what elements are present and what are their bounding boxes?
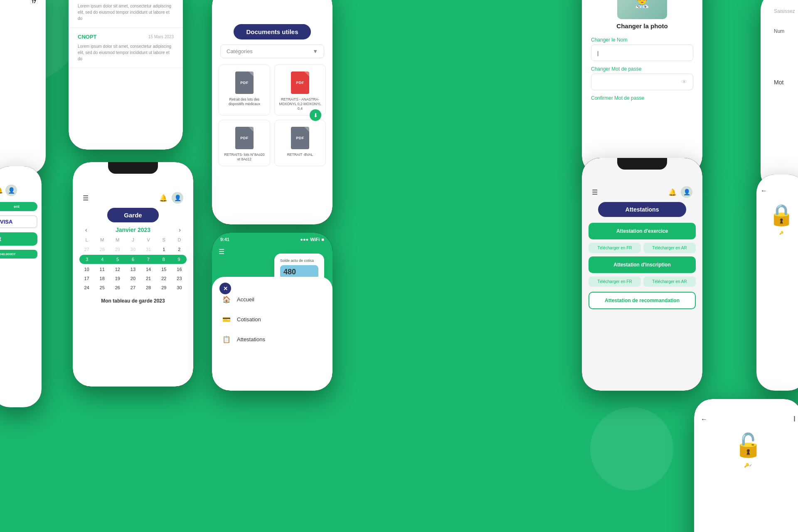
cal-day-31prev[interactable]: 31: [141, 245, 156, 254]
nav-label-accueil: Accueil: [237, 296, 254, 303]
cal-day-1[interactable]: 1: [157, 245, 171, 254]
cal-day-17[interactable]: 17: [79, 274, 94, 283]
attest-avatar[interactable]: 👤: [681, 186, 692, 198]
calendar-icon[interactable]: 📅: [29, 0, 38, 5]
cal-day-6[interactable]: 6: [126, 255, 141, 264]
back-arrow-icon[interactable]: ←: [701, 416, 707, 423]
nav-status-icons: ●●● WiFi ■: [300, 237, 324, 242]
cal-day-29prev[interactable]: 29: [110, 245, 125, 254]
cal-day-22[interactable]: 22: [157, 274, 171, 283]
garde-button[interactable]: Garde: [107, 208, 158, 222]
documents-title-button[interactable]: Documents utiles: [234, 24, 310, 39]
hamburger-icon[interactable]: ☰: [219, 248, 224, 255]
cal-day-30prev[interactable]: 30: [126, 245, 140, 254]
inscription-sub-row: Télécharger en FR Télécharger en AR: [589, 276, 696, 287]
amount-display: t: [0, 232, 37, 246]
top-icons: 🔔 👤: [159, 192, 183, 204]
calendar-days-week5: 24 25 26 27 28 29 30: [79, 283, 187, 292]
nav-item-accueil[interactable]: 🏠 Accueil: [212, 289, 332, 309]
lock-icon: 🔒: [761, 203, 798, 227]
cal-day-15[interactable]: 15: [157, 265, 171, 274]
document-card-3[interactable]: PDF RETRAITS- lots N°8Ao20 et 8Ao12: [219, 120, 270, 166]
cal-day-21[interactable]: 21: [141, 274, 156, 283]
cal-day-28[interactable]: 28: [141, 283, 156, 292]
cal-day-27prev[interactable]: 27: [79, 245, 94, 254]
cal-day-28prev[interactable]: 28: [95, 245, 109, 254]
cal-day-24[interactable]: 24: [79, 283, 94, 292]
attestation-exercice-button[interactable]: Attestation d'exercice: [589, 223, 696, 239]
cal-day-10[interactable]: 10: [79, 265, 94, 274]
mot-text: Mot: [766, 77, 798, 87]
nav-label-cotisation: Cotisation: [237, 316, 261, 323]
cal-day-9[interactable]: 9: [171, 255, 187, 264]
cal-day-16[interactable]: 16: [172, 265, 187, 274]
calendar-days-week4: 17 18 19 20 21 22 23: [79, 274, 187, 283]
day-header-m1: M: [95, 237, 109, 242]
nav-item-attestations[interactable]: 📋 Attestations: [212, 329, 332, 349]
nav-item-cotisation[interactable]: 💳 Cotisation: [212, 309, 332, 329]
news-text-1: Lorem ipsum dolor sit amet, consectetur …: [78, 3, 174, 22]
exercice-dl-ar[interactable]: Télécharger en AR: [643, 243, 696, 253]
news-item-2: CNOPT 15 Mars 2023 Lorem ipsum dolor sit…: [69, 28, 183, 68]
cal-day-12[interactable]: 12: [110, 265, 125, 274]
battery-icon: ■: [321, 237, 324, 242]
cal-day-11[interactable]: 11: [95, 265, 109, 274]
menu-icon[interactable]: ☰: [83, 194, 89, 202]
home-icon: 🏠: [222, 295, 231, 304]
cal-day-26[interactable]: 26: [110, 283, 125, 292]
cal-day-20[interactable]: 20: [126, 274, 140, 283]
document-card-2[interactable]: PDF RETRAITS - ANASTRA-MOXONYL 0,2-MOXON…: [274, 64, 326, 116]
attest-menu-icon[interactable]: ☰: [592, 188, 598, 196]
cal-day-27[interactable]: 27: [126, 283, 140, 292]
br-title: I: [793, 415, 796, 424]
notification-bell[interactable]: 🔔: [159, 194, 167, 202]
download-button[interactable]: ⬇: [310, 109, 321, 121]
inscription-dl-fr[interactable]: Télécharger en FR: [589, 276, 641, 287]
exercice-sub-row: Télécharger en FR Télécharger en AR: [589, 243, 696, 253]
attestation-inscription-button[interactable]: Attestation d'inscription: [589, 256, 696, 273]
confirm-password-label: Confirmer Mot de passe: [591, 95, 693, 101]
phone-small-right: ← 🔒 🔑: [756, 175, 798, 391]
cal-day-25[interactable]: 25: [95, 283, 109, 292]
cal-day-14[interactable]: 14: [141, 265, 156, 274]
nav-items-list: 🏠 Accueil 💳 Cotisation 📋 Attestations: [212, 285, 332, 349]
prev-month-button[interactable]: ‹: [85, 227, 87, 233]
avatar-small-left: 👤: [5, 185, 17, 196]
cal-day-5[interactable]: 5: [110, 255, 126, 264]
attestations-title-button[interactable]: Attestations: [598, 202, 687, 217]
cal-day-2[interactable]: 2: [172, 245, 187, 254]
calendar-days: 27 28 29 30 31 1 2: [79, 245, 187, 254]
cal-day-13[interactable]: 13: [126, 265, 140, 274]
cal-day-18[interactable]: 18: [95, 274, 109, 283]
pill-button-left[interactable]: ent: [0, 202, 37, 211]
next-month-button[interactable]: ›: [179, 227, 181, 233]
nom-input[interactable]: |: [591, 44, 693, 61]
back-button-right[interactable]: ←: [761, 187, 798, 195]
attest-bell-icon[interactable]: 🔔: [668, 188, 677, 196]
category-select[interactable]: Catégories ▼: [220, 44, 324, 58]
user-avatar[interactable]: 👤: [172, 192, 183, 204]
nom-label: Changer le Nom: [591, 37, 693, 43]
cal-day-3[interactable]: 3: [79, 255, 95, 264]
cal-day-8[interactable]: 8: [156, 255, 171, 264]
inscription-dl-ar[interactable]: Télécharger en AR: [643, 276, 696, 287]
amount-value: t: [0, 236, 34, 242]
profile-photo[interactable]: 👨‍⚕️: [617, 0, 667, 19]
cal-day-4[interactable]: 4: [95, 255, 110, 264]
day-header-l: L: [79, 237, 94, 242]
nav-status-bar: 9:41 ●●● WiFi ■: [212, 233, 332, 246]
cal-day-7[interactable]: 7: [140, 255, 156, 264]
attestation-recommandation-button[interactable]: Attestation de recommandation: [589, 292, 696, 309]
cal-day-30[interactable]: 30: [172, 283, 187, 292]
cal-day-29[interactable]: 29: [157, 283, 171, 292]
news-item-1: CNOPT 15 Mars 2023 Lorem ipsum dolor sit…: [69, 0, 183, 28]
exercice-dl-fr[interactable]: Télécharger en FR: [589, 243, 641, 253]
password-input[interactable]: 👁: [591, 74, 693, 90]
document-card-1[interactable]: PDF Retrait des lots des dispositifs méd…: [219, 64, 270, 116]
document-card-4[interactable]: PDF RETRAIT -BVAL: [274, 120, 326, 166]
garde-footer: Mon tableau de garde 2023: [73, 292, 193, 310]
eye-icon[interactable]: 👁: [681, 79, 687, 85]
cal-day-19[interactable]: 19: [110, 274, 125, 283]
cal-day-23[interactable]: 23: [172, 274, 187, 283]
day-header-j: J: [126, 237, 140, 242]
